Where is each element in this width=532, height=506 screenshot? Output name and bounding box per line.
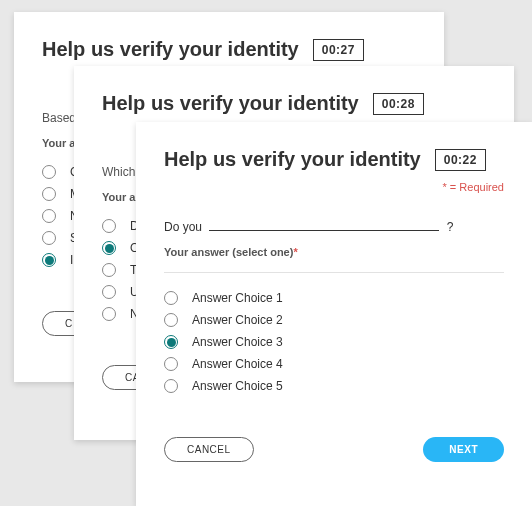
radio-icon[interactable] (42, 209, 56, 223)
radio-icon[interactable] (42, 231, 56, 245)
timer-badge: 00:28 (373, 93, 424, 115)
radio-icon[interactable] (42, 253, 56, 267)
option-row[interactable]: Answer Choice 1 (164, 287, 504, 309)
option-label: Answer Choice 3 (192, 335, 283, 349)
select-one-label: Your answer (select one)* (164, 246, 504, 258)
question-blank (209, 219, 439, 231)
radio-icon[interactable] (102, 241, 116, 255)
button-row: CANCEL NEXT (164, 437, 504, 462)
required-note: * = Required (164, 181, 504, 193)
option-label: Answer Choice 4 (192, 357, 283, 371)
radio-icon[interactable] (42, 187, 56, 201)
identity-card-3: Help us verify your identity 00:22 * = R… (136, 122, 532, 506)
question-prefix: Do you (164, 220, 202, 234)
page-title: Help us verify your identity (164, 148, 421, 171)
option-label: Answer Choice 5 (192, 379, 283, 393)
option-label: I (70, 253, 73, 267)
card-header: Help us verify your identity 00:28 (102, 92, 486, 115)
option-label: Answer Choice 2 (192, 313, 283, 327)
next-button[interactable]: NEXT (423, 437, 504, 462)
card-header: Help us verify your identity 00:22 (164, 148, 504, 171)
option-label: Answer Choice 1 (192, 291, 283, 305)
timer-badge: 00:22 (435, 149, 486, 171)
required-asterisk: * (293, 246, 297, 258)
option-row[interactable]: Answer Choice 4 (164, 353, 504, 375)
options-list: Answer Choice 1Answer Choice 2Answer Cho… (164, 272, 504, 397)
radio-icon[interactable] (164, 335, 178, 349)
radio-icon[interactable] (164, 379, 178, 393)
radio-icon[interactable] (164, 357, 178, 371)
radio-icon[interactable] (102, 219, 116, 233)
card-header: Help us verify your identity 00:27 (42, 38, 416, 61)
option-row[interactable]: Answer Choice 2 (164, 309, 504, 331)
radio-icon[interactable] (102, 285, 116, 299)
page-title: Help us verify your identity (42, 38, 299, 61)
question-line: Do you ? (164, 219, 504, 234)
cancel-button[interactable]: CANCEL (164, 437, 254, 462)
radio-icon[interactable] (164, 313, 178, 327)
question-suffix: ? (447, 220, 454, 234)
radio-icon[interactable] (102, 307, 116, 321)
page-title: Help us verify your identity (102, 92, 359, 115)
radio-icon[interactable] (42, 165, 56, 179)
option-row[interactable]: Answer Choice 3 (164, 331, 504, 353)
radio-icon[interactable] (102, 263, 116, 277)
timer-badge: 00:27 (313, 39, 364, 61)
radio-icon[interactable] (164, 291, 178, 305)
option-row[interactable]: Answer Choice 5 (164, 375, 504, 397)
